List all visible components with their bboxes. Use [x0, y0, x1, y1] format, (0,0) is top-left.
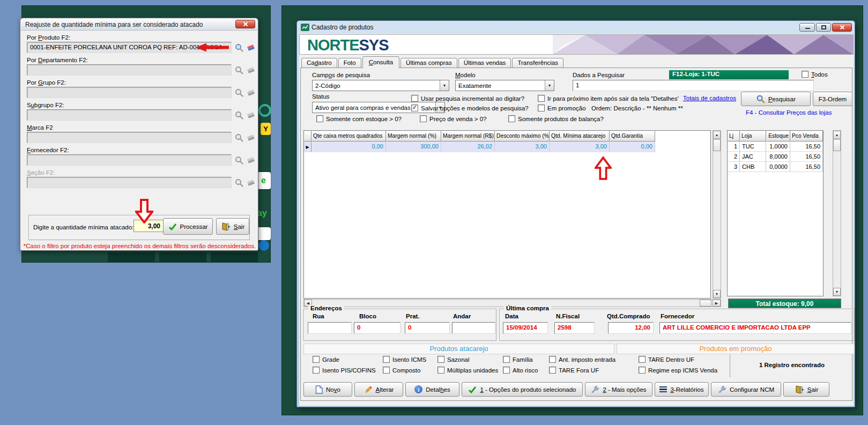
fornecedor-input[interactable]: ART LILLE COMERCIO E IMPORTACAO LTDA EPP [659, 322, 851, 334]
marca-input[interactable] [27, 132, 232, 143]
table-row[interactable]: 0,00 300,00 26,02 3,00 3,00 0,00 [304, 141, 655, 152]
detalhes-button[interactable]: i Detalhes [405, 382, 459, 397]
tare-fora-checkbox[interactable] [549, 367, 556, 374]
sair-button[interactable]: Sair [783, 382, 829, 397]
opcoes-produto-button[interactable]: 1 - Opções do produto selecionado [462, 382, 583, 397]
sair-button[interactable]: Sair [216, 218, 249, 235]
bloco-input[interactable]: 0 [354, 322, 400, 334]
multiplas-checkbox[interactable] [437, 367, 444, 374]
minimize-icon[interactable] [799, 23, 815, 32]
scroll-down-icon[interactable] [713, 290, 721, 298]
tab-foto[interactable]: Foto [338, 58, 361, 68]
grade-checkbox[interactable] [313, 356, 320, 363]
departamento-input[interactable] [27, 64, 232, 76]
pesquisar-button[interactable]: Pesquisar [741, 92, 811, 106]
table-row[interactable]: 3 CHB 0,0000 16,50 [728, 162, 823, 172]
eraser-icon[interactable] [246, 65, 256, 75]
cell: 0,00 [311, 141, 386, 152]
search-icon[interactable] [234, 65, 244, 75]
nfiscal-input[interactable]: 2598 [554, 322, 595, 334]
regime-icms-checkbox[interactable] [639, 367, 646, 374]
modelo-dropdown[interactable]: Exatamente [455, 80, 554, 91]
somente-estoque-checkbox[interactable] [316, 115, 323, 122]
table-row[interactable]: 2 JAC 8,0000 16,50 [728, 152, 823, 162]
qtd-comprado-input[interactable]: 12,00 [608, 322, 654, 334]
salvar-opcoes-checkbox[interactable] [411, 105, 418, 111]
preco-venda-label: Preço de venda > 0? [429, 116, 486, 122]
campos-dropdown[interactable]: 2-Código [312, 80, 449, 91]
scrollbar-thumb[interactable] [713, 139, 721, 151]
andar-input[interactable] [452, 322, 495, 334]
prat-input[interactable]: 0 [405, 322, 450, 334]
mais-opcoes-label: 2 - Mais opções [603, 386, 646, 393]
scroll-up-icon[interactable] [833, 131, 841, 139]
composto-checkbox[interactable] [383, 367, 390, 374]
eraser-icon[interactable] [246, 88, 256, 98]
todos-checkbox[interactable] [802, 71, 808, 78]
close-icon[interactable] [235, 20, 255, 28]
tab-cadastro[interactable]: Cadastro [301, 58, 337, 68]
tab-consulta[interactable]: Consulta [362, 56, 399, 68]
em-promocao-checkbox[interactable] [538, 105, 545, 111]
search-icon[interactable] [234, 155, 244, 165]
relatorios-button[interactable]: 3-Relatórios [655, 382, 709, 397]
scroll-right-icon[interactable] [713, 300, 721, 307]
preco-venda-checkbox[interactable] [420, 115, 427, 122]
scroll-up-icon[interactable] [713, 131, 721, 139]
search-icon[interactable] [234, 133, 244, 143]
tab-ultimas-compras[interactable]: Últimas compras [400, 58, 457, 68]
tab-ultimas-vendas[interactable]: Últimas vendas [458, 58, 511, 68]
window-title-bar[interactable]: Cadastro de produtos [297, 21, 855, 34]
search-icon[interactable] [234, 110, 244, 120]
close-icon[interactable] [832, 23, 852, 32]
isento-pis-checkbox[interactable] [313, 367, 320, 374]
secao-input[interactable] [27, 177, 232, 188]
search-icon[interactable] [234, 43, 244, 53]
eraser-icon[interactable] [246, 110, 256, 120]
modelo-label: Modelo [455, 72, 476, 78]
maximize-icon[interactable] [816, 23, 831, 32]
scroll-down-icon[interactable] [833, 288, 841, 296]
scrollbar-thumb[interactable] [833, 139, 841, 151]
dialog-title-bar[interactable]: Reajuste de quantidade mínima para ser c… [21, 19, 257, 31]
incremental-checkbox[interactable] [411, 95, 418, 102]
grid-vertical-scrollbar[interactable] [713, 130, 721, 299]
mais-opcoes-button[interactable]: 2 - Mais opções [585, 382, 652, 397]
ir-proximo-checkbox[interactable] [538, 95, 545, 102]
configurar-ncm-button[interactable]: Configurar NCM [711, 382, 781, 397]
search-icon[interactable] [234, 178, 244, 188]
sazonal-checkbox[interactable] [437, 356, 444, 363]
subgrupo-input[interactable] [27, 109, 232, 121]
alto-risco-checkbox[interactable] [503, 367, 510, 374]
eraser-icon[interactable] [246, 43, 256, 53]
alterar-button[interactable]: Alterar [354, 382, 403, 397]
chevron-down-icon[interactable] [440, 80, 449, 91]
f3-ordem-button[interactable]: F3-Ordem [813, 92, 852, 106]
table-row[interactable]: 1 TUC 1,0000 16,50 [728, 141, 823, 152]
desktop-fragment [258, 104, 271, 117]
todos-label: Todos [811, 71, 828, 78]
isento-icms-checkbox[interactable] [383, 356, 390, 363]
grupo-input[interactable] [27, 87, 232, 98]
f4-consultar-precos[interactable]: F4 - Consultar Preços das lojas [746, 109, 832, 116]
eraser-icon[interactable] [246, 155, 256, 165]
wrench-icon [591, 385, 599, 394]
familia-checkbox[interactable] [503, 356, 510, 363]
tab-transferencias[interactable]: Transferências [512, 58, 563, 68]
totais-cadastros-link[interactable]: Totais de cadastros [683, 95, 736, 101]
fornecedor-input[interactable] [27, 154, 232, 166]
processar-button[interactable]: Processar [163, 218, 213, 235]
eraser-icon[interactable] [246, 133, 256, 143]
scrollbar-thumb[interactable] [700, 300, 711, 307]
tare-dentro-checkbox[interactable] [639, 356, 646, 363]
novo-button[interactable]: Novo [303, 382, 352, 397]
data-input[interactable]: 15/09/2014 [503, 322, 548, 334]
ant-imposto-checkbox[interactable] [549, 356, 556, 363]
stores-vertical-scrollbar[interactable] [833, 130, 841, 296]
produtos-balanca-checkbox[interactable] [508, 115, 515, 122]
chevron-down-icon[interactable] [545, 80, 554, 91]
dados-input[interactable]: 1 [573, 80, 814, 91]
rua-input[interactable] [308, 322, 352, 334]
eraser-icon[interactable] [246, 178, 256, 188]
search-icon[interactable] [234, 88, 244, 98]
